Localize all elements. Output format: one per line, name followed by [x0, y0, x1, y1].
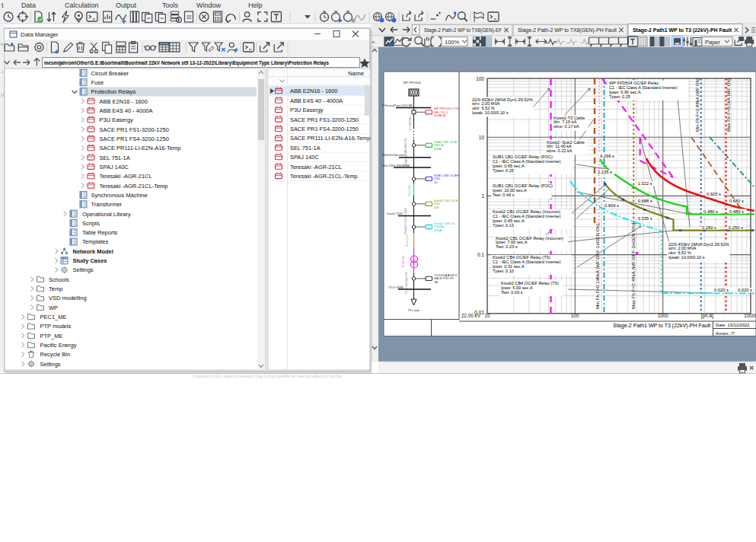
svg-text:sline: 0.22 kA: sline: 0.22 kA — [547, 148, 573, 153]
svg-text:100%: 100% — [445, 39, 460, 46]
svg-text:T3 Load: T3 Load — [407, 308, 419, 312]
svg-text:1000: 1000 — [658, 313, 669, 318]
svg-text:200A: 200A — [434, 147, 442, 151]
svg-text:Temp: Temp — [49, 285, 62, 292]
svg-text:Calculation: Calculation — [65, 2, 99, 9]
svg-text:PTP_ME: PTP_ME — [40, 333, 63, 340]
svg-text:SEL 751-1A: SEL 751-1A — [100, 155, 130, 161]
svg-text:Data: Data — [21, 2, 36, 9]
svg-text:Study Cases: Study Cases — [73, 257, 107, 264]
svg-text:Annex: /7: Annex: /7 — [716, 331, 735, 336]
svg-text:Operational Library: Operational Library — [82, 211, 131, 218]
svg-text:SACE PR1 FS4-3200-1250: SACE PR1 FS4-3200-1250 — [290, 126, 359, 132]
svg-text:Synchronous Machine: Synchronous Machine — [91, 192, 148, 199]
svg-text:SACE PR111-LI-E2N-A16-Temp: SACE PR111-LI-E2N-A16-Temp — [290, 135, 370, 142]
svg-text:20: 20 — [434, 180, 438, 184]
svg-text:10: 10 — [484, 313, 490, 318]
svg-text:0.250 s: 0.250 s — [702, 225, 716, 230]
svg-text:PTP models: PTP models — [40, 323, 72, 330]
svg-text:0.480 s: 0.480 s — [703, 209, 718, 214]
svg-text:Pacific Energy: Pacific Energy — [40, 342, 77, 349]
svg-text:WP PFD504: WP PFD504 — [403, 81, 421, 84]
svg-text:[pri.A]: [pri.A] — [701, 313, 714, 319]
svg-text:sline: 0.17 kA: sline: 0.17 kA — [553, 124, 579, 129]
svg-text:Ipeak: 10.00/0.10 s: Ipeak: 10.00/0.10 s — [668, 255, 705, 260]
svg-text:0.1: 0.1 — [477, 252, 484, 257]
svg-text:10000: 10000 — [744, 313, 756, 318]
svg-text:0.480 s: 0.480 s — [729, 209, 744, 214]
svg-text:Templates: Templates — [82, 238, 108, 245]
svg-text:Window: Window — [196, 2, 222, 9]
svg-text:Paper: Paper — [705, 39, 721, 46]
svg-text:Scripts: Scripts — [82, 220, 100, 227]
svg-text:10: 10 — [479, 135, 485, 140]
svg-text:1 object(s) of 10 1 objec: 1 object(s) of 10 1 object(s) selected D… — [192, 374, 342, 378]
svg-text:T3 22 22k: T3 22 22k — [402, 256, 405, 268]
svg-text:Kiosk2 22kV: Kiosk2 22kV — [387, 212, 404, 215]
svg-text:200A/: 200A/ — [434, 228, 442, 232]
svg-text:Kios Clkx: Kios Clkx — [408, 184, 411, 196]
svg-text:Tset: 0.00 s: Tset: 0.00 s — [501, 290, 523, 295]
svg-text:T3 LV Incomer C3: T3 LV Incomer C3 — [405, 273, 408, 295]
svg-text:Tset: 0.23 s: Tset: 0.23 s — [496, 244, 518, 249]
svg-text:0.020 s: 0.020 s — [714, 288, 729, 292]
svg-text:<: < — [1, 70, 4, 75]
svg-text:SPAJ 140C: SPAJ 140C — [290, 154, 319, 161]
svg-text:2.235 s: 2.235 s — [598, 170, 612, 174]
svg-text:SACE PR1 FS1-3200-1250: SACE PR1 FS1-3200-1250 — [290, 116, 359, 123]
svg-text:P3U Easergy: P3U Easergy — [100, 116, 133, 123]
svg-text:Max Fh.F=5.0kA (WF Oh): Max Fh.F=5.0kA (WF Oh) — [726, 78, 731, 132]
svg-text:Ipeak: 10.00/0.10 s: Ipeak: 10.00/0.10 s — [472, 110, 509, 115]
svg-text:ABB E4S 40 - 4000A: ABB E4S 40 - 4000A — [290, 97, 343, 104]
svg-text:0.925 s: 0.925 s — [707, 192, 721, 196]
svg-text:SEL 751-1A: SEL 751-1A — [290, 145, 321, 151]
svg-text:Recycle Bin: Recycle Bin — [40, 351, 71, 358]
svg-text:Kios Clkx: Kios Clkx — [406, 234, 409, 246]
svg-text:ABB E2N16 - 1600: ABB E2N16 - 1600 — [100, 98, 148, 105]
svg-text:Fuse: Fuse — [91, 79, 104, 86]
svg-text:Teresaki -AGR-21CL-Temp: Teresaki -AGR-21CL-Temp — [290, 173, 358, 180]
svg-text:Kiosk2 C E1 SN 22kV: Kiosk2 C E1 SN 22kV — [404, 207, 407, 234]
svg-text:200: 200 — [434, 206, 439, 209]
svg-text:SACE PR1 FS1-3200-1250: SACE PR1 FS1-3200-1250 — [100, 126, 169, 133]
svg-text:22.00 kV: 22.00 kV — [461, 313, 481, 318]
svg-text:Tpset: 0.25: Tpset: 0.25 — [609, 94, 630, 99]
svg-text:Name: Name — [348, 70, 364, 77]
svg-text:PEC1_ME: PEC1_ME — [40, 314, 67, 320]
svg-text:P ForsedPaint 22kV BB: P ForsedPaint 22kV BB — [382, 104, 413, 107]
svg-text:0.335 s: 0.335 s — [638, 216, 652, 221]
svg-text:T3 LV SWB: T3 LV SWB — [388, 286, 404, 289]
svg-text:Outgoing BW 22kV C3: Outgoing BW 22kV C3 — [404, 139, 407, 166]
svg-text:SACE PR111-LI-E2N-A16-Temp: SACE PR111-LI-E2N-A16-Temp — [100, 145, 181, 151]
svg-text:Settings: Settings — [40, 361, 61, 368]
svg-text:Stage-2 Path1 WP to T3 (22kV)-: Stage-2 Path1 WP to T3 (22kV)-PH Fault — [633, 27, 732, 33]
svg-text:Help: Help — [248, 2, 263, 9]
svg-text:Max Fh.F=0.48kA (WF OFF-2xGEN: Max Fh.F=0.48kA (WF OFF-2xGEN Oh) — [631, 224, 636, 309]
svg-text:Stage-2 Path1 WP to T3 (22kV)-: Stage-2 Path1 WP to T3 (22kV)-PH Fault — [613, 323, 710, 329]
svg-text:ABB E4S 40 - 4000A: ABB E4S 40 - 4000A — [100, 107, 153, 114]
svg-text:500A/1A: 500A/1A — [434, 113, 446, 117]
svg-text:Tpset: 0.10: Tpset: 0.10 — [493, 269, 514, 273]
svg-text:Min Fh.F=0.195kA (WF OFF-1xGEN: Min Fh.F=0.195kA (WF OFF-1xGEN Oh) — [595, 224, 600, 309]
svg-text:Stage-2 Path-2 WP to TX8(GEN)-: Stage-2 Path-2 WP to TX8(GEN)-EF — [424, 27, 502, 33]
svg-text:P3U Easergy: P3U Easergy — [290, 107, 324, 113]
svg-text:Protection Relays: Protection Relays — [91, 88, 136, 95]
svg-text:Teresaki -AGR-21CL: Teresaki -AGR-21CL — [290, 164, 342, 171]
svg-text:SPAJ 140C: SPAJ 140C — [100, 164, 129, 171]
svg-text:1A: 1A — [434, 280, 438, 284]
svg-text:0.020 s: 0.020 s — [738, 288, 752, 292]
svg-text:Transformer: Transformer — [91, 201, 123, 208]
svg-text:Data Manager: Data Manager — [21, 31, 59, 38]
svg-text:Table Reports: Table Reports — [82, 229, 118, 236]
svg-text:Tpset: 0.25: Tpset: 0.25 — [493, 168, 514, 173]
svg-text:M: M — [1, 93, 4, 97]
svg-text:Teresaki -AGR-21CL-Temp: Teresaki -AGR-21CL-Temp — [100, 183, 168, 190]
svg-text:Circuit Breaker: Circuit Breaker — [91, 70, 129, 77]
svg-text:0.250 s: 0.250 s — [729, 225, 743, 230]
svg-text:Teresaki -AGR-21CL: Teresaki -AGR-21CL — [100, 173, 152, 180]
svg-text:Settings: Settings — [73, 266, 94, 273]
svg-text:Output: Output — [116, 2, 137, 9]
svg-text:Tools: Tools — [162, 2, 179, 9]
svg-text:Date: 13/12/2022: Date: 13/12/2022 — [716, 323, 749, 327]
svg-text:BW22kV Messknr: BW22kV Messknr — [382, 154, 406, 157]
